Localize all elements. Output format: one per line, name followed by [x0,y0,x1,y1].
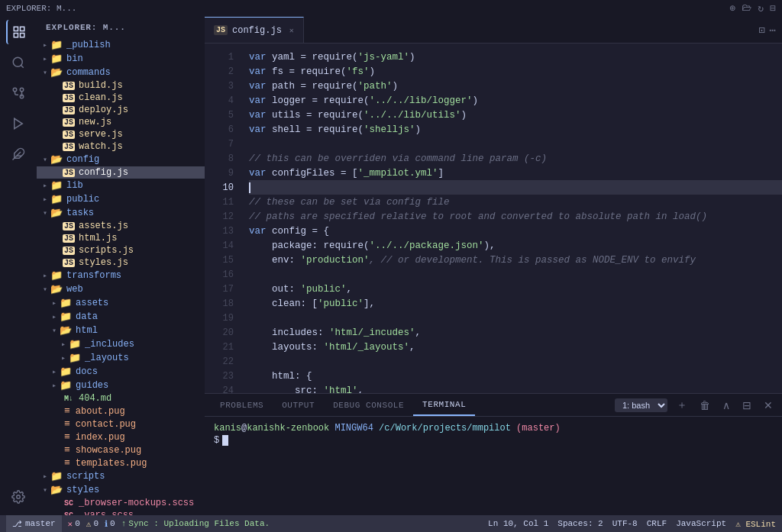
tab-problems[interactable]: PROBLEMS [211,394,273,416]
tab-output[interactable]: OUTPUT [273,394,324,416]
code-token: ) [461,110,467,121]
panel-controls: 1: bash ＋ 🗑 ∧ ⊟ ✕ [615,397,776,414]
tree-item[interactable]: JSstyles.js [37,256,205,269]
tree-item[interactable]: ▸📁assets [37,296,205,310]
error-count[interactable]: ✕ 0 [68,519,80,529]
new-folder-icon[interactable]: 🗁 [742,2,751,15]
tree-item[interactable]: JSscripts.js [37,244,205,256]
tab-debug-console[interactable]: DEBUG CONSOLE [324,394,413,416]
panel-close-icon[interactable]: ✕ [761,398,776,413]
tree-item[interactable]: M↓404.md [37,392,205,405]
new-terminal-button[interactable]: ＋ [674,397,690,414]
sync-status[interactable]: ↑ Sync : Uploading Files Data. [121,519,270,528]
debug-icon[interactable] [6,111,31,136]
line-number: 3 [205,79,243,93]
tree-item[interactable]: SC_vars.scss [37,509,205,515]
tree-item[interactable]: ▸📁transforms [37,269,205,282]
line-number: 7 [205,137,243,151]
tree-item[interactable]: JSwatch.js [37,140,205,153]
code-token: , [415,327,422,338]
kill-terminal-button[interactable]: 🗑 [696,398,713,413]
tree-item[interactable]: SC_browser-mockups.scss [37,497,205,509]
tree-item[interactable]: ▸📁public [37,192,205,206]
tree-item[interactable]: JSserve.js [37,128,205,140]
file-type-icon: JS [63,259,75,267]
tree-item[interactable]: ▸📁data [37,310,205,324]
tree-item[interactable]: JSnew.js [37,116,205,128]
tree-item[interactable]: JSconfig.js [37,166,205,179]
tree-item[interactable]: ▾📂html [37,324,205,337]
tree-item[interactable]: ▾📂commands [37,66,205,79]
code-token: ] [438,168,444,179]
svg-point-8 [20,88,24,92]
code-token: = [341,168,347,179]
tree-item[interactable]: JSdeploy.js [37,104,205,116]
code-line: var logger = require('../../lib/logger') [249,93,782,108]
sidebar-tree: ▸📁_publish▸📁bin▾📂commandsJSbuild.jsJScle… [37,38,205,515]
more-actions-icon[interactable]: ⋯ [770,24,776,37]
extensions-icon[interactable] [6,142,31,166]
code-line: var utils = require('../../lib/utils') [249,108,782,122]
tree-item[interactable]: JShtml.js [37,232,205,244]
tree-item[interactable]: ▸📁guides [37,379,205,392]
settings-icon[interactable] [6,485,31,509]
file-type-icon: JS [63,131,75,139]
tree-item[interactable]: ▸📁lib [37,179,205,192]
folder-icon: 📁 [50,193,63,205]
folder-icon: 📁 [50,470,63,482]
tree-item[interactable]: JSassets.js [37,220,205,232]
tab-terminal[interactable]: TERMINAL [413,394,475,416]
tree-item[interactable]: ▾📂web [37,282,205,296]
svg-marker-9 [15,118,23,129]
line-number: 9 [205,166,243,180]
code-line [249,180,782,195]
tree-item[interactable]: JSbuild.js [37,79,205,92]
panel-up-icon[interactable]: ∧ [719,398,733,413]
tree-item[interactable]: ▸📁scripts [37,469,205,483]
code-content[interactable]: var yaml = require('js-yaml')var fs = re… [243,44,782,393]
panel-split-icon[interactable]: ⊟ [739,398,755,413]
tree-item[interactable]: ▸📁_publish [37,38,205,52]
split-editor-icon[interactable]: ⊡ [758,24,764,37]
collapse-icon[interactable]: ⊟ [770,2,776,15]
tree-item[interactable]: ≡about.pug [37,405,205,418]
indentation[interactable]: Spaces: 2 [557,519,603,528]
tab-close-icon[interactable]: ✕ [289,26,294,35]
eslint-status[interactable]: ⚠ ESLint [735,519,776,529]
line-number: 17 [205,282,243,296]
tree-item[interactable]: ▾📂tasks [37,206,205,220]
language-mode[interactable]: JavaScript [676,519,726,528]
branch-status[interactable]: ⎇ master [6,515,62,532]
tree-item[interactable]: ▾📂config [37,153,205,166]
line-number: 5 [205,108,243,122]
tab-config-js[interactable]: JS config.js ✕ [205,17,304,43]
search-icon[interactable] [6,50,31,75]
file-encoding[interactable]: UTF-8 [612,519,638,528]
tree-item[interactable]: ≡index.pug [37,430,205,443]
tree-item[interactable]: ▸📁_includes [37,337,205,351]
terminal-selector[interactable]: 1: bash [615,398,667,412]
tree-item[interactable]: ▸📁_layouts [37,351,205,365]
svg-rect-1 [21,27,24,31]
warning-count[interactable]: ⚠ 0 [86,519,99,529]
tree-item[interactable]: ≡templates.pug [37,456,205,469]
refresh-icon[interactable]: ↻ [758,2,764,15]
terminal-content[interactable]: kanis @ kanishk-zenbook MINGW64 /c/Work/… [205,417,782,515]
svg-point-4 [13,57,22,66]
cursor-position[interactable]: Ln 10, Col 1 [488,519,548,528]
tree-item[interactable]: ▾📂styles [37,483,205,497]
line-ending[interactable]: CRLF [647,519,667,528]
tree-item[interactable]: JSclean.js [37,92,205,104]
new-file-icon[interactable]: ⊕ [730,2,736,15]
tree-item[interactable]: ▸📁bin [37,52,205,66]
tree-item[interactable]: ≡contact.pug [37,418,205,430]
tree-item[interactable]: ▸📁docs [37,365,205,379]
folder-arrow-icon: ▾ [43,155,47,164]
tree-item[interactable]: ≡showcase.pug [37,443,205,456]
source-control-icon[interactable] [6,81,31,105]
code-line: clean: ['public'], [249,296,782,311]
explorer-icon[interactable] [6,20,31,44]
title-bar-controls: ⊕ 🗁 ↻ ⊟ [730,2,776,15]
info-count[interactable]: ℹ 0 [105,519,115,529]
code-token: = [301,52,307,63]
